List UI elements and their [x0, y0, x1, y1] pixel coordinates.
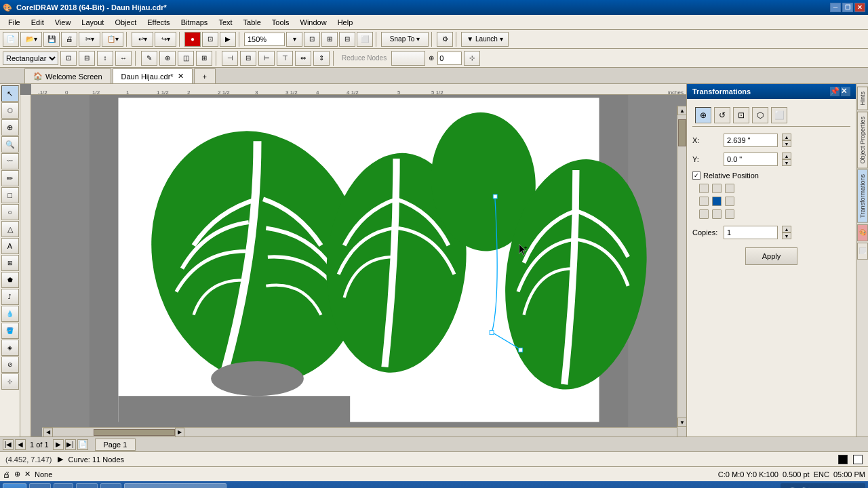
copies-input[interactable] [724, 226, 778, 239]
blend-tool[interactable]: ⊘ [1, 357, 19, 373]
scroll-up-btn[interactable]: ▲ [677, 106, 686, 115]
snap-btn[interactable]: Snap To ▾ [381, 32, 429, 47]
start-button[interactable]: ⊞ [3, 483, 26, 488]
zoom-tool[interactable]: 🔍 [1, 136, 19, 152]
transform-tool[interactable]: ⊕ [1, 119, 19, 136]
menu-help[interactable]: Help [332, 17, 359, 28]
save-btn[interactable]: 💾 [43, 32, 60, 47]
side-tab-transformations[interactable]: Transformations [857, 169, 868, 223]
close-btn[interactable]: ✕ [854, 3, 865, 12]
options-btn[interactable]: ⚙ [437, 32, 453, 47]
rect-tool[interactable]: □ [1, 187, 19, 203]
side-tab-swatches[interactable]: ⬜ [857, 243, 868, 260]
guide-btn[interactable]: ⊟ [339, 32, 355, 47]
menu-file[interactable]: File [3, 17, 26, 28]
pos-mc[interactable] [712, 197, 722, 206]
table-tool[interactable]: ⊞ [1, 255, 19, 271]
scroll-left-btn[interactable]: ◀ [43, 428, 53, 437]
stroke-color-swatch[interactable] [853, 455, 863, 464]
tb2-btn4[interactable]: ↔ [115, 51, 132, 66]
page-last-btn[interactable]: ▶| [65, 439, 76, 450]
menu-layout[interactable]: Layout [76, 17, 109, 28]
page-add-btn[interactable]: 📄 [77, 439, 88, 450]
tb2-btn1[interactable]: ⊡ [60, 51, 77, 66]
pos-tc[interactable] [712, 184, 722, 193]
tb2-btn5[interactable]: ✎ [141, 51, 157, 66]
tb2-btn8[interactable]: ⊞ [196, 51, 212, 66]
h-scroll-thumb[interactable] [94, 429, 175, 436]
y-spin-down[interactable]: ▼ [782, 159, 791, 166]
y-input[interactable] [724, 152, 778, 166]
new-btn[interactable]: 📄 [3, 32, 19, 47]
x-spin-up[interactable]: ▲ [782, 134, 791, 140]
titlebar-controls[interactable]: ─ ❐ ✕ [830, 3, 865, 12]
select-tool[interactable]: ↖ [1, 85, 19, 102]
tab-add[interactable]: + [194, 68, 216, 83]
fill-color-swatch[interactable] [838, 455, 848, 464]
copy-btn[interactable]: 📋▾ [102, 32, 123, 47]
scroll-right-btn[interactable]: ▶ [175, 428, 184, 437]
transform-skew-btn[interactable]: ⬜ [771, 107, 787, 123]
menu-edit[interactable]: Edit [26, 17, 50, 28]
freehand-tool[interactable]: 〰 [1, 153, 19, 169]
pos-tl[interactable] [699, 184, 709, 193]
side-tab-obj-props[interactable]: Object Properties [857, 112, 868, 169]
ellipse-tool[interactable]: ○ [1, 204, 19, 220]
angle-input[interactable] [437, 52, 462, 65]
v-scrollbar[interactable]: ▲ ▼ [677, 106, 686, 436]
menu-object[interactable]: Object [109, 17, 142, 28]
open-btn[interactable]: 📂▾ [20, 32, 42, 47]
tb2-align-c[interactable]: ⊟ [240, 51, 256, 66]
copies-spin-down[interactable]: ▼ [782, 232, 791, 239]
tb2-btn7[interactable]: ◫ [178, 51, 194, 66]
panel-pin-btn[interactable]: 📌 [830, 87, 840, 96]
menu-effects[interactable]: Effects [142, 17, 175, 28]
pos-mr[interactable] [725, 197, 734, 206]
text-tool[interactable]: A [1, 238, 19, 254]
reduce-nodes-btn[interactable] [391, 51, 425, 66]
page-border-btn[interactable]: ⬜ [357, 32, 373, 47]
zoom-dropdown[interactable]: ▾ [286, 32, 302, 47]
pos-bc[interactable] [712, 209, 722, 219]
tb2-mirror2[interactable]: ⇕ [313, 51, 330, 66]
cut-btn[interactable]: ✂▾ [79, 32, 100, 47]
polygon-tool[interactable]: △ [1, 221, 19, 237]
tab-welcome[interactable]: 🏠 Welcome Screen [24, 68, 111, 83]
taskbar-media[interactable]: 🔄 [76, 483, 98, 488]
y-spin-up[interactable]: ▲ [782, 152, 791, 159]
print-btn[interactable]: 🖨 [61, 32, 77, 47]
connector-tool[interactable]: ⤴ [1, 289, 19, 305]
dimension-tool[interactable]: ⬟ [1, 272, 19, 288]
h-scrollbar[interactable]: ◀ ▶ [42, 427, 677, 436]
transform-move-btn[interactable]: ⊕ [695, 107, 711, 123]
page-prev-btn[interactable]: ◀ [15, 439, 26, 450]
redo-btn[interactable]: ↪▾ [155, 32, 176, 47]
eyedropper-tool[interactable]: 💧 [1, 306, 19, 322]
pos-br[interactable] [725, 209, 734, 219]
x-input[interactable] [724, 134, 778, 147]
taskbar-photoshop[interactable]: Ps [100, 483, 121, 488]
scroll-down-btn[interactable]: ▼ [677, 418, 686, 427]
copies-spin-up[interactable]: ▲ [782, 226, 791, 232]
side-tab-color[interactable]: 🎨 [857, 224, 868, 241]
tb2-align-r[interactable]: ⊢ [258, 51, 275, 66]
view-btn[interactable]: ⊡ [304, 32, 320, 47]
zoom-input[interactable] [244, 33, 285, 46]
shape-tool[interactable]: ⬡ [1, 102, 19, 119]
shape-select[interactable]: Rectangular Elliptical [3, 52, 58, 65]
apply-button[interactable]: Apply [745, 247, 798, 265]
tb2-align-t[interactable]: ⊤ [277, 51, 293, 66]
tb2-btn6[interactable]: ⊕ [159, 51, 176, 66]
panel-close-btn[interactable]: ✕ [841, 87, 850, 96]
taskbar-photos[interactable]: 🖼 [54, 483, 73, 488]
fill-tool[interactable]: 🪣 [1, 323, 19, 339]
canvas[interactable]: + ▲ ▼ ◀ ▶ [31, 95, 686, 436]
pos-tr[interactable] [725, 184, 734, 193]
undo-btn[interactable]: ↩▾ [132, 32, 153, 47]
tb2-btn2[interactable]: ⊟ [79, 51, 95, 66]
transform-scale-btn[interactable]: ⊡ [733, 107, 749, 123]
pen-tool[interactable]: ✏ [1, 170, 19, 186]
step-btn[interactable]: ⊡ [202, 32, 218, 47]
menu-view[interactable]: View [50, 17, 77, 28]
tb2-align-l[interactable]: ⊣ [222, 51, 238, 66]
